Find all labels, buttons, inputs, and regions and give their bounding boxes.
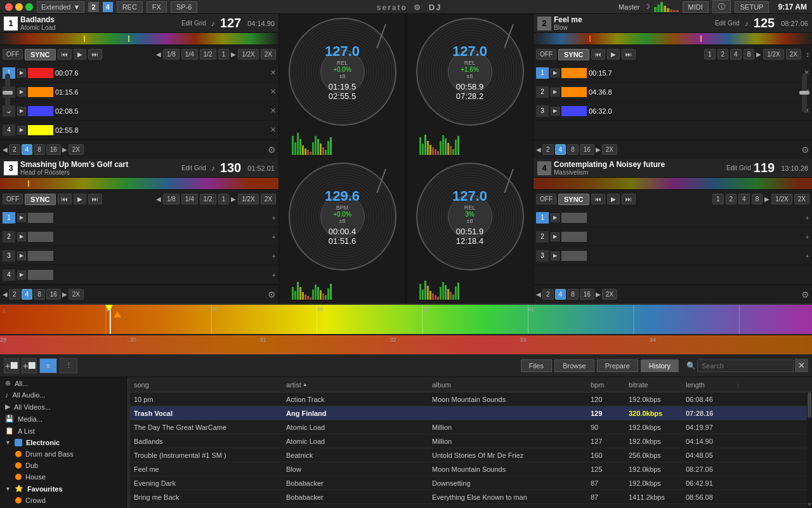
deck3-cue2-play[interactable]: ▶ — [17, 232, 26, 241]
sidebar-all-videos[interactable]: ▶ All Videos... — [0, 401, 126, 413]
deck3-loop-arrow-l[interactable]: ◀ — [156, 196, 161, 203]
deck3-loop-1-2[interactable]: 1/2 — [200, 194, 216, 204]
deck1-loop2-8[interactable]: 8 — [34, 144, 45, 155]
deck2-cue3-num[interactable]: 3 — [536, 105, 549, 117]
deck1-cue4-del[interactable]: ✕ — [270, 126, 276, 134]
view-list-btn[interactable]: ≡ — [39, 358, 57, 373]
pitch-slider-1[interactable] — [802, 74, 807, 112]
close-btn[interactable] — [5, 3, 13, 11]
deck4-cue2-num[interactable]: 2 — [536, 231, 549, 243]
deck4-loop2-4[interactable]: 4 — [555, 289, 566, 300]
deck2-prev-btn[interactable]: ⏮ — [591, 49, 605, 60]
deck4-prev-btn[interactable]: ⏮ — [591, 194, 605, 204]
deck2-loop-1-2x[interactable]: 1/2X — [763, 49, 784, 60]
deck3-loop-arrow-r[interactable]: ▶ — [231, 196, 236, 203]
add-smartcrate-btn[interactable]: + ⬜ — [22, 358, 37, 373]
sidebar-crowd[interactable]: Crowd — [0, 495, 126, 506]
sidebar-favourites[interactable]: ▼ ⭐ Favourites — [0, 483, 126, 495]
deck1-cue1-del[interactable]: ✕ — [270, 69, 276, 77]
deck2-cue2-num[interactable]: 2 — [536, 86, 549, 98]
deck2-loop2-arrow-r[interactable]: ▶ — [596, 146, 601, 153]
deck1-cue1-play[interactable]: ▶ — [17, 69, 26, 77]
deck4-play-btn[interactable]: ▶ — [607, 194, 620, 204]
deck3-loop2-2[interactable]: 2 — [9, 289, 20, 300]
deck2-loop-4[interactable]: 4 — [730, 49, 742, 60]
deck1-loop2-arrow-r[interactable]: ▶ — [62, 146, 67, 153]
th-song[interactable]: song — [130, 381, 282, 389]
deck3-loop2-4[interactable]: 4 — [22, 289, 33, 300]
deck1-cue3-play[interactable]: ▶ — [17, 107, 26, 116]
deck4-sync-btn[interactable]: SYNC — [558, 194, 589, 205]
th-bpm[interactable]: bpm — [587, 381, 625, 389]
deck3-cue4-plus[interactable]: + — [272, 271, 276, 279]
add-crate-btn[interactable]: + ⬜ — [4, 358, 19, 373]
deck4-cue1-play[interactable]: ▶ — [551, 213, 560, 222]
deck3-loop-1-2x[interactable]: 1/2X — [238, 194, 259, 204]
sidebar-a-list[interactable]: 📋 A List — [0, 425, 126, 437]
deck2-edit-grid[interactable]: Edit Grid — [715, 20, 740, 27]
scrollbar-thumb[interactable] — [808, 392, 811, 418]
deck3-cue1-num[interactable]: 1 — [3, 212, 15, 224]
fx-button[interactable]: FX — [147, 1, 167, 13]
sidebar-media[interactable]: 💾 Media... — [0, 413, 126, 425]
deck4-cue1-num[interactable]: 1 — [536, 212, 549, 224]
deck1-play-btn[interactable]: ▶ — [74, 49, 86, 60]
sidebar-all[interactable]: ⊕ All... — [0, 377, 126, 389]
deck3-prev-btn[interactable]: ⏮ — [58, 194, 72, 204]
deck4-loop2-16[interactable]: 16 — [580, 289, 594, 300]
info-button[interactable]: ⓘ — [712, 0, 731, 13]
sp6-button[interactable]: SP-6 — [171, 1, 197, 13]
deck3-cue2-num[interactable]: 2 — [3, 231, 15, 243]
th-album[interactable]: album — [428, 381, 587, 389]
deck1-cue2-play[interactable]: ▶ — [17, 88, 26, 97]
maximize-btn[interactable] — [25, 3, 33, 11]
deck1-cue3-del[interactable]: ✕ — [270, 107, 276, 115]
deck2-settings-icon[interactable]: ⚙ — [801, 145, 809, 155]
deck4-loop-1-2x[interactable]: 1/2X — [771, 194, 792, 204]
table-row[interactable]: Bring me Back Bobabacker Everything Else… — [130, 490, 812, 504]
deck3-loop2-16[interactable]: 16 — [46, 289, 61, 300]
deck3-settings-icon[interactable]: ⚙ — [268, 290, 276, 300]
deck4-loop-arrow-r[interactable]: ▶ — [764, 196, 769, 203]
table-row[interactable]: Feel me Blow Moon Mountain Sounds 125 19… — [130, 462, 812, 476]
deck3-cue2-plus[interactable]: + — [272, 233, 276, 241]
search-clear-btn[interactable]: ✕ — [795, 359, 808, 372]
deck4-loop-4[interactable]: 4 — [738, 194, 750, 204]
deck1-sync-btn[interactable]: SYNC — [25, 49, 56, 60]
deck3-cue1-play[interactable]: ▶ — [17, 213, 26, 222]
deck4-loop-2[interactable]: 2 — [726, 194, 737, 204]
deck2-next-btn[interactable]: ⏭ — [622, 49, 636, 60]
deck4-settings-icon[interactable]: ⚙ — [801, 290, 809, 300]
deck1-loop2-2x[interactable]: 2X — [69, 144, 84, 155]
deck3-loop2-arrow-l[interactable]: ◀ — [3, 291, 8, 298]
deck4-cue3-num[interactable]: 3 — [536, 250, 549, 262]
deck1-loop-1-2x[interactable]: 1/2X — [238, 49, 259, 60]
deck3-loop2-8[interactable]: 8 — [34, 289, 45, 300]
prepare-tab[interactable]: Prepare — [597, 359, 638, 372]
deck3-loop-1-4[interactable]: 1/4 — [181, 194, 198, 204]
scrollbar-down[interactable]: ▼ — [807, 500, 812, 508]
sidebar-all-audio[interactable]: ♪ All Audio... — [0, 389, 126, 401]
deck3-loop-2x[interactable]: 2X — [261, 194, 276, 204]
deck1-loop-2x[interactable]: 2X — [261, 49, 276, 60]
table-row[interactable]: 10 pm Action Track Moon Mountain Sounds … — [130, 392, 812, 406]
pitch-handle-2[interactable] — [3, 91, 13, 95]
deck1-prev-btn[interactable]: ⏮ — [58, 49, 72, 60]
deck1-loop-1-8[interactable]: 1/8 — [163, 49, 180, 60]
deck1-loop-arrow-r[interactable]: ▶ — [231, 51, 236, 58]
deck2-loop2-8[interactable]: 8 — [567, 144, 579, 155]
deck2-loop-2x[interactable]: 2X — [786, 49, 801, 60]
deck1-loop-arrow-l[interactable]: ◀ — [156, 51, 161, 58]
minimize-btn[interactable] — [15, 3, 23, 11]
deck3-loop2-arrow-r[interactable]: ▶ — [62, 291, 67, 298]
deck2-loop-2[interactable]: 2 — [717, 49, 729, 60]
view-grid-btn[interactable]: ⋮ — [60, 358, 77, 373]
deck3-cue3-play[interactable]: ▶ — [17, 251, 26, 260]
deck3-edit-grid[interactable]: Edit Grid — [181, 164, 206, 171]
deck-num-2[interactable]: 2 — [88, 2, 98, 12]
deck1-loop-1-4[interactable]: 1/4 — [181, 49, 198, 60]
deck3-play-btn[interactable]: ▶ — [74, 194, 86, 204]
deck2-play-btn[interactable]: ▶ — [607, 49, 620, 60]
deck2-loop2-16[interactable]: 16 — [580, 144, 594, 155]
deck4-loop-2x[interactable]: 2X — [794, 194, 809, 204]
